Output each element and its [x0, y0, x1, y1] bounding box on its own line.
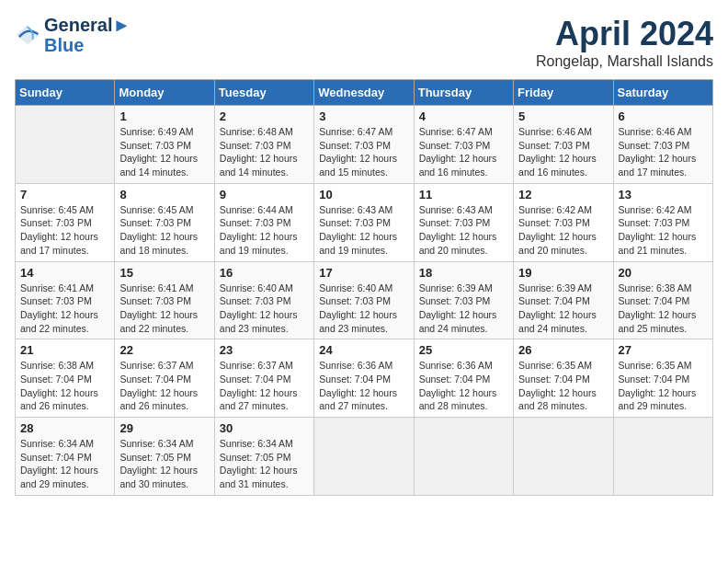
- day-number: 26: [518, 343, 608, 357]
- day-info: Sunrise: 6:34 AM Sunset: 7:05 PM Dayligh…: [119, 437, 209, 491]
- day-info: Sunrise: 6:34 AM Sunset: 7:05 PM Dayligh…: [220, 437, 309, 491]
- calendar-cell: 7Sunrise: 6:45 AM Sunset: 7:03 PM Daylig…: [16, 183, 115, 261]
- calendar-cell: 27Sunrise: 6:35 AM Sunset: 7:04 PM Dayli…: [613, 339, 712, 418]
- day-number: 21: [20, 343, 109, 357]
- calendar-cell: 30Sunrise: 6:34 AM Sunset: 7:05 PM Dayli…: [214, 418, 313, 496]
- day-info: Sunrise: 6:47 AM Sunset: 7:03 PM Dayligh…: [319, 125, 408, 179]
- day-number: 30: [220, 421, 309, 435]
- calendar-cell: [514, 418, 613, 496]
- day-number: 24: [319, 343, 408, 357]
- day-info: Sunrise: 6:42 AM Sunset: 7:03 PM Dayligh…: [619, 203, 708, 258]
- day-info: Sunrise: 6:49 AM Sunset: 7:03 PM Dayligh…: [119, 125, 209, 179]
- day-number: 1: [119, 109, 209, 123]
- day-info: Sunrise: 6:35 AM Sunset: 7:04 PM Dayligh…: [619, 359, 708, 413]
- day-number: 9: [220, 188, 309, 201]
- day-info: Sunrise: 6:48 AM Sunset: 7:03 PM Dayligh…: [220, 125, 309, 179]
- day-info: Sunrise: 6:35 AM Sunset: 7:04 PM Dayligh…: [518, 359, 608, 413]
- day-number: 4: [419, 109, 508, 123]
- day-info: Sunrise: 6:40 AM Sunset: 7:03 PM Dayligh…: [220, 282, 309, 336]
- day-number: 28: [20, 421, 109, 435]
- calendar-cell: 2Sunrise: 6:48 AM Sunset: 7:03 PM Daylig…: [214, 106, 313, 184]
- header-day-sunday: Sunday: [16, 80, 115, 106]
- day-info: Sunrise: 6:42 AM Sunset: 7:03 PM Dayligh…: [518, 203, 608, 258]
- day-info: Sunrise: 6:40 AM Sunset: 7:03 PM Dayligh…: [319, 282, 408, 336]
- day-number: 6: [619, 109, 708, 123]
- calendar-cell: 26Sunrise: 6:35 AM Sunset: 7:04 PM Dayli…: [514, 339, 613, 418]
- day-info: Sunrise: 6:45 AM Sunset: 7:03 PM Dayligh…: [20, 203, 109, 258]
- day-number: 29: [119, 421, 209, 435]
- header-day-tuesday: Tuesday: [214, 80, 313, 106]
- calendar-cell: 18Sunrise: 6:39 AM Sunset: 7:03 PM Dayli…: [414, 261, 513, 339]
- day-info: Sunrise: 6:39 AM Sunset: 7:04 PM Dayligh…: [518, 282, 608, 336]
- calendar-header-row: SundayMondayTuesdayWednesdayThursdayFrid…: [16, 80, 713, 106]
- calendar-cell: 21Sunrise: 6:38 AM Sunset: 7:04 PM Dayli…: [16, 339, 115, 418]
- header-day-saturday: Saturday: [613, 80, 712, 106]
- day-number: 16: [220, 266, 309, 280]
- calendar-cell: 23Sunrise: 6:37 AM Sunset: 7:04 PM Dayli…: [214, 339, 313, 418]
- day-number: 25: [419, 343, 508, 357]
- day-number: 10: [319, 188, 408, 201]
- day-info: Sunrise: 6:38 AM Sunset: 7:04 PM Dayligh…: [619, 282, 708, 336]
- calendar-cell: 16Sunrise: 6:40 AM Sunset: 7:03 PM Dayli…: [214, 261, 313, 339]
- calendar-cell: 20Sunrise: 6:38 AM Sunset: 7:04 PM Dayli…: [613, 261, 712, 339]
- day-number: 2: [220, 109, 309, 123]
- header-day-monday: Monday: [115, 80, 214, 106]
- day-info: Sunrise: 6:36 AM Sunset: 7:04 PM Dayligh…: [419, 359, 508, 413]
- header-day-wednesday: Wednesday: [314, 80, 414, 106]
- calendar-cell: [16, 106, 115, 184]
- calendar-cell: [613, 418, 712, 496]
- header-day-friday: Friday: [514, 80, 613, 106]
- day-number: 13: [619, 188, 708, 201]
- day-info: Sunrise: 6:43 AM Sunset: 7:03 PM Dayligh…: [419, 203, 508, 258]
- location-subtitle: Rongelap, Marshall Islands: [536, 53, 713, 70]
- calendar-week-row: 1Sunrise: 6:49 AM Sunset: 7:03 PM Daylig…: [16, 106, 713, 184]
- day-number: 23: [220, 343, 309, 357]
- logo-icon: [15, 22, 40, 48]
- day-number: 5: [518, 109, 608, 123]
- calendar-table: SundayMondayTuesdayWednesdayThursdayFrid…: [15, 79, 713, 496]
- calendar-week-row: 28Sunrise: 6:34 AM Sunset: 7:04 PM Dayli…: [16, 418, 713, 496]
- day-info: Sunrise: 6:37 AM Sunset: 7:04 PM Dayligh…: [119, 359, 209, 413]
- calendar-cell: 5Sunrise: 6:46 AM Sunset: 7:03 PM Daylig…: [514, 106, 613, 184]
- calendar-cell: 24Sunrise: 6:36 AM Sunset: 7:04 PM Dayli…: [314, 339, 414, 418]
- day-number: 3: [319, 109, 408, 123]
- day-info: Sunrise: 6:36 AM Sunset: 7:04 PM Dayligh…: [319, 359, 408, 413]
- title-section: April 2024 Rongelap, Marshall Islands: [536, 15, 713, 70]
- day-number: 14: [20, 266, 109, 280]
- calendar-cell: 15Sunrise: 6:41 AM Sunset: 7:03 PM Dayli…: [115, 261, 214, 339]
- calendar-cell: 28Sunrise: 6:34 AM Sunset: 7:04 PM Dayli…: [16, 418, 115, 496]
- day-number: 8: [119, 188, 209, 201]
- calendar-cell: 19Sunrise: 6:39 AM Sunset: 7:04 PM Dayli…: [514, 261, 613, 339]
- calendar-cell: 11Sunrise: 6:43 AM Sunset: 7:03 PM Dayli…: [414, 183, 513, 261]
- calendar-cell: 13Sunrise: 6:42 AM Sunset: 7:03 PM Dayli…: [613, 183, 712, 261]
- day-number: 18: [419, 266, 508, 280]
- day-info: Sunrise: 6:44 AM Sunset: 7:03 PM Dayligh…: [220, 203, 309, 258]
- day-info: Sunrise: 6:39 AM Sunset: 7:03 PM Dayligh…: [419, 282, 508, 336]
- calendar-cell: 17Sunrise: 6:40 AM Sunset: 7:03 PM Dayli…: [314, 261, 414, 339]
- calendar-cell: [414, 418, 513, 496]
- day-info: Sunrise: 6:41 AM Sunset: 7:03 PM Dayligh…: [119, 282, 209, 336]
- logo: General► Blue: [15, 15, 131, 55]
- calendar-week-row: 7Sunrise: 6:45 AM Sunset: 7:03 PM Daylig…: [16, 183, 713, 261]
- calendar-cell: 4Sunrise: 6:47 AM Sunset: 7:03 PM Daylig…: [414, 106, 513, 184]
- header: General► Blue April 2024 Rongelap, Marsh…: [15, 15, 713, 70]
- header-day-thursday: Thursday: [414, 80, 513, 106]
- calendar-cell: 1Sunrise: 6:49 AM Sunset: 7:03 PM Daylig…: [115, 106, 214, 184]
- day-number: 17: [319, 266, 408, 280]
- day-info: Sunrise: 6:41 AM Sunset: 7:03 PM Dayligh…: [20, 282, 109, 336]
- calendar-cell: 14Sunrise: 6:41 AM Sunset: 7:03 PM Dayli…: [16, 261, 115, 339]
- day-info: Sunrise: 6:43 AM Sunset: 7:03 PM Dayligh…: [319, 203, 408, 258]
- day-number: 11: [419, 188, 508, 201]
- calendar-cell: 29Sunrise: 6:34 AM Sunset: 7:05 PM Dayli…: [115, 418, 214, 496]
- calendar-cell: 10Sunrise: 6:43 AM Sunset: 7:03 PM Dayli…: [314, 183, 414, 261]
- calendar-cell: 12Sunrise: 6:42 AM Sunset: 7:03 PM Dayli…: [514, 183, 613, 261]
- logo-text: General► Blue: [44, 15, 131, 55]
- calendar-week-row: 14Sunrise: 6:41 AM Sunset: 7:03 PM Dayli…: [16, 261, 713, 339]
- day-info: Sunrise: 6:45 AM Sunset: 7:03 PM Dayligh…: [119, 203, 209, 258]
- calendar-cell: 3Sunrise: 6:47 AM Sunset: 7:03 PM Daylig…: [314, 106, 414, 184]
- day-info: Sunrise: 6:38 AM Sunset: 7:04 PM Dayligh…: [20, 359, 109, 413]
- day-info: Sunrise: 6:46 AM Sunset: 7:03 PM Dayligh…: [518, 125, 608, 179]
- calendar-cell: 6Sunrise: 6:46 AM Sunset: 7:03 PM Daylig…: [613, 106, 712, 184]
- day-info: Sunrise: 6:34 AM Sunset: 7:04 PM Dayligh…: [20, 437, 109, 491]
- calendar-week-row: 21Sunrise: 6:38 AM Sunset: 7:04 PM Dayli…: [16, 339, 713, 418]
